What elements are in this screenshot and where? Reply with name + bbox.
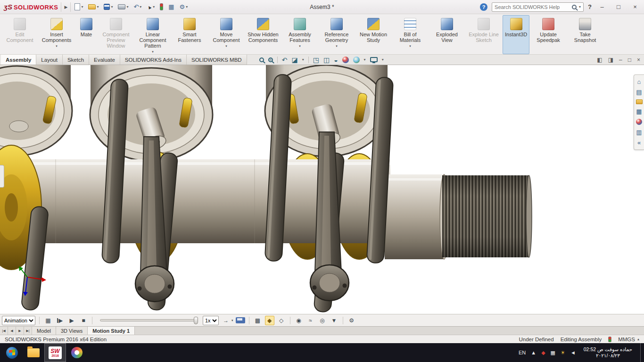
weather-tray-icon[interactable]: ☀: [561, 350, 565, 355]
pane-left-icon[interactable]: ◧: [597, 57, 602, 63]
save-caret[interactable]: ▾: [111, 5, 113, 9]
new-motion-study-button[interactable]: New Motion Study: [355, 15, 391, 54]
viewport-restore-icon[interactable]: □: [628, 57, 631, 63]
calendar-tray-icon[interactable]: ▦: [551, 350, 555, 355]
explode-line-sketch-button[interactable]: Explode Line Sketch: [466, 15, 502, 54]
zoom-to-fit-icon[interactable]: [259, 58, 264, 62]
print-button[interactable]: ▾: [116, 2, 130, 12]
insert-components-caret[interactable]: ▾: [56, 43, 58, 49]
edit-appearance-icon[interactable]: [342, 57, 349, 63]
mate-button[interactable]: Mate: [75, 15, 97, 54]
select-caret[interactable]: ▾: [153, 5, 155, 9]
edit-component-button[interactable]: Edit Component: [2, 15, 38, 54]
custom-properties-icon[interactable]: ▥: [636, 129, 642, 135]
minimize-button[interactable]: –: [596, 3, 608, 10]
toolbar-flyout-arrow[interactable]: ▶: [61, 2, 71, 12]
viewport-close-icon[interactable]: ×: [637, 57, 640, 63]
help-menu-button[interactable]: ?: [588, 3, 592, 10]
open-caret[interactable]: ▾: [97, 5, 99, 9]
play-from-start-button[interactable]: ▶: [55, 316, 65, 325]
tab-scroll-prev[interactable]: ◀: [8, 327, 16, 335]
file-properties-button[interactable]: ▦: [166, 2, 176, 12]
tab-scroll-last[interactable]: ▶|: [24, 327, 32, 335]
tab-layout[interactable]: Layout: [36, 55, 63, 65]
playback-mode-button[interactable]: →: [221, 316, 231, 325]
close-button[interactable]: ×: [629, 3, 641, 10]
save-animation-button[interactable]: [236, 317, 245, 323]
stop-button[interactable]: ■: [79, 316, 88, 325]
unit-system-selector[interactable]: MMGS ▴: [618, 337, 639, 342]
reference-geometry-caret[interactable]: ▾: [336, 43, 338, 49]
autokey-button[interactable]: ◆: [265, 316, 274, 325]
update-speedpak-button[interactable]: Update Speedpak: [530, 15, 566, 54]
search-box[interactable]: ▾: [492, 2, 584, 12]
calculate-button[interactable]: ▦: [43, 316, 53, 325]
splined-shaft-end[interactable]: [442, 175, 532, 257]
assembly-features-caret[interactable]: ▾: [299, 43, 301, 49]
print-caret[interactable]: ▾: [126, 5, 128, 9]
maximize-button[interactable]: □: [612, 3, 625, 10]
zoom-to-area-icon[interactable]: [268, 58, 273, 62]
apply-scene-icon[interactable]: [353, 57, 360, 63]
bom-caret[interactable]: ▾: [409, 43, 411, 49]
tab-scroll-next[interactable]: ▶: [16, 327, 24, 335]
take-snapshot-button[interactable]: Take Snapshot: [567, 15, 603, 54]
new-document-button[interactable]: ▾: [73, 2, 85, 12]
language-indicator[interactable]: EN: [519, 350, 526, 355]
view-settings-icon[interactable]: [370, 57, 378, 62]
taskbar-paint-app[interactable]: [66, 343, 88, 362]
taskbar-solidworks-app[interactable]: SW 2016: [44, 343, 66, 362]
reference-geometry-button[interactable]: Reference Geometry▾: [319, 15, 355, 54]
new-caret[interactable]: ▾: [81, 5, 83, 9]
appearances-scenes-icon[interactable]: [636, 119, 642, 125]
tab-sketch[interactable]: Sketch: [63, 55, 89, 65]
design-library-icon[interactable]: ▤: [636, 89, 642, 95]
undo-caret[interactable]: ▾: [140, 5, 141, 9]
tab-assembly[interactable]: Assembly: [1, 55, 36, 65]
previous-view-icon[interactable]: ↶: [282, 57, 288, 63]
playback-speed-dropdown[interactable]: 1x: [203, 316, 219, 325]
search-scope-caret[interactable]: ▾: [579, 5, 581, 9]
move-component-button[interactable]: Move Component▾: [208, 15, 244, 54]
contact-button[interactable]: ◎: [318, 316, 327, 325]
study-type-dropdown[interactable]: Animation: [2, 316, 35, 325]
piston-1[interactable]: [0, 65, 72, 156]
open-document-button[interactable]: ▾: [86, 2, 100, 12]
slider-thumb[interactable]: [194, 317, 198, 324]
display-style-icon[interactable]: ◫: [323, 57, 330, 63]
exploded-view-button[interactable]: Exploded View: [429, 15, 465, 54]
undo-button[interactable]: ↶▾: [132, 2, 143, 12]
select-button[interactable]: ▲▾: [145, 2, 157, 12]
show-hidden-components-button[interactable]: Show Hidden Components: [245, 15, 281, 54]
taskbar-clock[interactable]: حماده سوفت ص 02:52 ٢٠٢١/٠٨/٢٣: [581, 346, 635, 359]
play-button[interactable]: ▶: [67, 316, 76, 325]
help-icon[interactable]: ?: [480, 3, 487, 11]
search-icon[interactable]: [572, 5, 577, 9]
animation-wizard-button[interactable]: ▩: [253, 316, 263, 325]
pane-right-icon[interactable]: ◨: [608, 57, 613, 63]
antivirus-tray-icon[interactable]: ◆: [541, 350, 545, 355]
unit-system-caret[interactable]: ▴: [637, 337, 639, 341]
graphics-area[interactable]: ⌂ ▤ ▦ ▥ «: [0, 65, 644, 314]
bill-of-materials-button[interactable]: Bill of Materials▾: [392, 15, 428, 54]
tab-motion-study-1[interactable]: Motion Study 1: [88, 327, 135, 335]
hidden-icons-caret[interactable]: ▲: [531, 350, 536, 355]
spring-button[interactable]: ≈: [306, 316, 315, 325]
motion-study-settings-button[interactable]: ⚙: [347, 316, 356, 325]
tab-scroll-first[interactable]: |◀: [0, 327, 8, 335]
forum-pane-icon[interactable]: «: [637, 140, 641, 146]
tab-3d-views[interactable]: 3D Views: [56, 327, 88, 335]
taskbar-file-explorer[interactable]: [23, 343, 44, 362]
move-component-caret[interactable]: ▾: [225, 43, 227, 49]
view-orientation-icon[interactable]: ◳: [313, 57, 319, 63]
insert-components-button[interactable]: Insert Components▾: [39, 15, 74, 54]
solidworks-resources-icon[interactable]: ⌂: [637, 79, 641, 85]
linear-component-pattern-button[interactable]: Linear Component Pattern▾: [135, 15, 171, 54]
motor-button[interactable]: ◉: [294, 316, 304, 325]
timeline-zoom-slider[interactable]: [100, 319, 197, 321]
view-settings-caret[interactable]: ▾: [382, 58, 384, 62]
instant3d-button[interactable]: Instant3D: [503, 15, 529, 54]
options-caret[interactable]: ▾: [186, 5, 188, 9]
volume-tray-icon[interactable]: ◄: [570, 350, 576, 355]
save-button[interactable]: ▾: [102, 2, 115, 12]
